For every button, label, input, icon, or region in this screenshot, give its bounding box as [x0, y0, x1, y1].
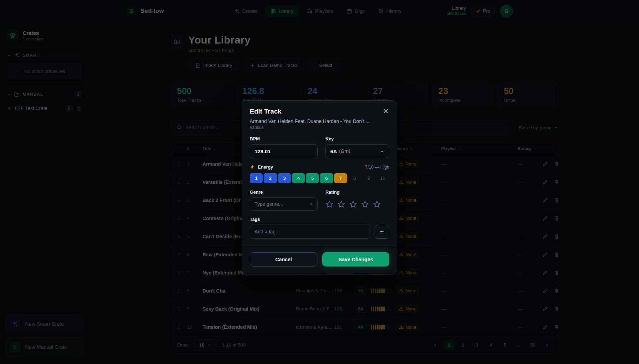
energy-meta: 7/10 — High [365, 165, 389, 170]
energy-level-3[interactable]: 3 [278, 173, 291, 183]
bpm-input[interactable] [250, 144, 318, 158]
key-value: 6A [330, 148, 337, 154]
rating-label: Rating [325, 189, 389, 195]
tag-input[interactable] [250, 225, 371, 239]
star-icon[interactable] [325, 200, 333, 208]
energy-level-7[interactable]: 7 [334, 173, 347, 183]
genre-label: Genre [250, 189, 318, 195]
star-icon[interactable] [337, 200, 345, 208]
energy-level-1[interactable]: 1 [250, 173, 263, 183]
add-tag-button[interactable] [375, 225, 389, 239]
energy-scale: 12345678910 [250, 173, 389, 183]
chevron-down-icon [309, 202, 313, 206]
tags-label: Tags [250, 217, 389, 222]
genre-combobox[interactable] [250, 198, 318, 211]
key-detail: (Gm) [339, 148, 350, 154]
rating-stars [325, 198, 389, 211]
modal-track-artist: Various [250, 125, 389, 130]
bpm-label: BPM [250, 136, 318, 141]
energy-level-6[interactable]: 6 [320, 173, 333, 183]
key-label: Key [325, 136, 389, 141]
star-icon[interactable] [373, 200, 381, 208]
edit-track-modal: Edit Track Armand Van Helden Feat. Duane… [242, 100, 397, 274]
star-icon[interactable] [349, 200, 357, 208]
energy-level-8[interactable]: 8 [348, 173, 361, 183]
energy-level-9[interactable]: 9 [362, 173, 375, 183]
modal-track-title: Armand Van Helden Feat. Duane Harden - Y… [250, 118, 389, 124]
energy-level-2[interactable]: 2 [264, 173, 277, 183]
plus-icon [379, 229, 384, 234]
chevron-down-icon [380, 149, 384, 154]
bolt-icon [250, 164, 255, 170]
key-select[interactable]: 6A (Gm) [325, 144, 389, 158]
star-icon[interactable] [361, 200, 369, 208]
energy-level-4[interactable]: 4 [292, 173, 305, 183]
energy-label: Energy [258, 164, 273, 170]
save-changes-button[interactable]: Save Changes [322, 252, 389, 266]
close-icon[interactable] [382, 108, 389, 115]
modal-title: Edit Track [250, 108, 281, 115]
energy-level-5[interactable]: 5 [306, 173, 319, 183]
genre-input[interactable] [255, 201, 309, 207]
app-root: S SetFlow CreateLibraryPlaylistsGigsHist… [0, 0, 639, 364]
modal-divider [242, 246, 397, 246]
energy-level-10[interactable]: 10 [376, 173, 389, 183]
cancel-button[interactable]: Cancel [250, 252, 317, 266]
